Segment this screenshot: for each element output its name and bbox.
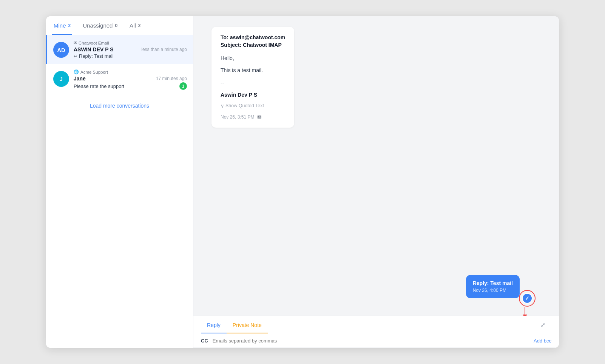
- reply-sent-bubble[interactable]: Reply: Test mail Nov 26, 4:00 PM: [466, 275, 520, 298]
- tab-all-label: All: [130, 22, 136, 29]
- globe-icon: 🌐: [74, 69, 79, 74]
- conv-time: less than a minute ago: [141, 47, 187, 52]
- reply-tabs: Reply Private Note ⤢: [193, 316, 559, 334]
- expand-icon[interactable]: ⤢: [534, 316, 551, 334]
- tab-private-note[interactable]: Private Note: [227, 317, 268, 333]
- checkmark-icon: ✓: [525, 295, 529, 301]
- conv-header: ASWIN DEV P S less than a minute ago: [74, 46, 187, 52]
- avatar: AD: [53, 42, 69, 58]
- tab-mine-count: 2: [68, 23, 71, 28]
- tab-reply[interactable]: Reply: [201, 317, 227, 333]
- avatar: J: [53, 71, 69, 87]
- cc-row: CC Add bcc: [193, 334, 559, 348]
- show-quoted-button[interactable]: ∨ Show Quoted Text: [221, 103, 285, 109]
- conv-name: Jane: [74, 76, 86, 82]
- conversation-content: 🌐 Acme Support Jane 17 minutes ago Pleas…: [74, 69, 187, 90]
- tab-bar: Mine 2 Unassigned 0 All 2: [46, 16, 193, 35]
- conv-time: 17 minutes ago: [156, 76, 187, 81]
- app-container: Mine 2 Unassigned 0 All 2 AD ✉: [46, 16, 559, 348]
- email-subject: Subject: Chatwoot IMAP: [221, 42, 285, 48]
- tab-unassigned-count: 0: [115, 23, 117, 28]
- tab-unassigned-label: Unassigned: [83, 22, 113, 29]
- email-date: Nov 26, 3:51 PM: [221, 114, 254, 120]
- reply-arrow-icon: ↩: [74, 54, 77, 59]
- conv-preview-row: Please rate the support 1: [74, 82, 187, 90]
- cc-input[interactable]: [213, 338, 529, 344]
- chat-area: To: aswin@chatwoot.com Subject: Chatwoot…: [193, 16, 559, 316]
- reply-title: Reply: Test mail: [473, 280, 513, 286]
- tab-all[interactable]: All 2: [128, 16, 142, 35]
- sidebar: Mine 2 Unassigned 0 All 2 AD ✉: [46, 16, 193, 348]
- conv-preview: Please rate the support: [74, 83, 124, 89]
- tab-all-count: 2: [138, 23, 141, 28]
- cc-label: CC: [201, 338, 208, 344]
- email-icon: ✉: [74, 40, 77, 45]
- chevron-down-icon: ∨: [221, 103, 224, 109]
- conversation-item[interactable]: AD ✉ Chatwoot Email ASWIN DEV P S less t…: [46, 35, 193, 64]
- tab-mine[interactable]: Mine 2: [52, 16, 72, 35]
- conversation-list: AD ✉ Chatwoot Email ASWIN DEV P S less t…: [46, 35, 193, 348]
- conv-preview: ↩ Reply: Test mail: [74, 53, 187, 59]
- conversation-content: ✉ Chatwoot Email ASWIN DEV P S less than…: [74, 40, 187, 59]
- email-signature: -- Aswin Dev P S: [221, 79, 285, 99]
- main-content: To: aswin@chatwoot.com Subject: Chatwoot…: [193, 16, 559, 348]
- conv-header: Jane 17 minutes ago: [74, 76, 187, 82]
- red-arrow-indicator: [523, 307, 527, 316]
- add-bcc-button[interactable]: Add bcc: [534, 338, 551, 344]
- conversation-item[interactable]: J 🌐 Acme Support Jane 17 minutes ago Ple…: [46, 64, 193, 95]
- conv-source: ✉ Chatwoot Email: [74, 40, 187, 45]
- email-body: Hello, This is a test mail. -- Aswin Dev…: [221, 54, 285, 99]
- tab-mine-label: Mine: [54, 22, 66, 29]
- reply-panel: Reply Private Note ⤢ CC Add bcc: [193, 316, 559, 348]
- load-more-button[interactable]: Load more conversations: [46, 95, 193, 116]
- envelope-icon: ✉: [257, 114, 262, 120]
- email-bubble: To: aswin@chatwoot.com Subject: Chatwoot…: [211, 27, 294, 128]
- tab-unassigned[interactable]: Unassigned 0: [81, 16, 119, 35]
- conv-name: ASWIN DEV P S: [74, 46, 114, 52]
- reply-time: Nov 26, 4:00 PM: [473, 288, 513, 293]
- email-to: To: aswin@chatwoot.com: [221, 34, 285, 40]
- email-meta: Nov 26, 3:51 PM ✉: [221, 114, 285, 120]
- unread-badge: 1: [179, 82, 187, 90]
- conv-source: 🌐 Acme Support: [74, 69, 187, 74]
- check-circle: ✓: [522, 293, 532, 304]
